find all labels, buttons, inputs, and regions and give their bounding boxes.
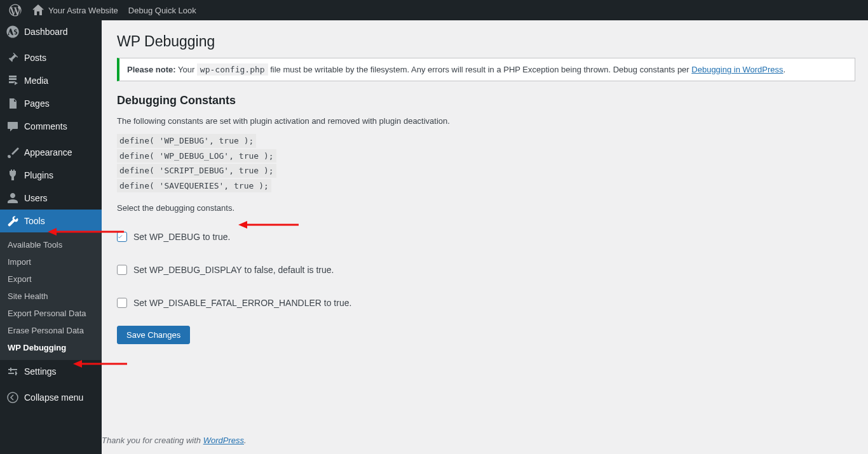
admin-sidebar: Dashboard Posts Media Pages Comments App…	[0, 20, 102, 454]
admin-notice: Please note: Your wp-config.php file mus…	[117, 58, 855, 81]
select-prompt: Select the debugging constants.	[117, 203, 855, 213]
sidebar-label-pages: Pages	[24, 98, 97, 109]
checkbox-label-wp-debug: Set WP_DEBUG to true.	[133, 232, 231, 242]
checkbox-disable-fatal[interactable]	[117, 298, 127, 308]
submenu-import[interactable]: Import	[0, 253, 102, 270]
adminbar-site-name: Your Astra Website	[48, 6, 118, 15]
checkbox-wp-debug-display[interactable]	[117, 265, 127, 275]
main-content: WP Debugging Please note: Your wp-config…	[102, 20, 868, 454]
page-icon	[6, 97, 19, 110]
section-intro: The following constants are set with plu…	[117, 116, 855, 126]
brush-icon	[6, 146, 19, 159]
settings-icon	[6, 365, 19, 378]
sidebar-item-users[interactable]: Users	[0, 187, 102, 210]
save-changes-button[interactable]: Save Changes	[117, 326, 190, 344]
checkbox-row-wp-debug: Set WP_DEBUG to true.	[117, 220, 855, 253]
checkbox-wp-debug[interactable]	[117, 232, 127, 242]
sidebar-label-collapse: Collapse menu	[24, 392, 97, 403]
wp-logo[interactable]	[4, 0, 27, 20]
adminbar-debug-label: Debug Quick Look	[128, 6, 196, 15]
collapse-icon	[6, 391, 19, 404]
check-icon	[118, 232, 123, 241]
home-icon	[32, 4, 44, 17]
constants-code-block: define( 'WP_DEBUG', true ); define( 'WP_…	[117, 133, 855, 193]
code-line: define( 'WP_DEBUG_LOG', true );	[117, 149, 276, 163]
sidebar-label-settings: Settings	[24, 366, 97, 377]
submenu-available-tools[interactable]: Available Tools	[0, 236, 102, 253]
code-line: define( 'SAVEQUERIES', true );	[117, 179, 271, 193]
tools-submenu: Available Tools Import Export Site Healt…	[0, 232, 102, 360]
wordpress-icon	[9, 4, 22, 17]
sidebar-label-dashboard: Dashboard	[24, 27, 97, 37]
footer-suffix: .	[244, 436, 247, 445]
notice-text-3: .	[783, 65, 786, 74]
sidebar-item-plugins[interactable]: Plugins	[0, 164, 102, 187]
sidebar-item-settings[interactable]: Settings	[0, 360, 102, 383]
code-line: define( 'SCRIPT_DEBUG', true );	[117, 164, 276, 178]
svg-point-0	[8, 392, 18, 403]
sidebar-label-posts: Posts	[24, 53, 97, 63]
submenu-export[interactable]: Export	[0, 270, 102, 288]
footer-prefix: Thank you for creating with	[102, 436, 203, 445]
checkbox-row-disable-fatal: Set WP_DISABLE_FATAL_ERROR_HANDLER to tr…	[117, 286, 855, 319]
section-heading: Debugging Constants	[117, 94, 855, 107]
wrench-icon	[6, 215, 19, 227]
plugin-icon	[6, 169, 19, 182]
notice-code: wp-config.php	[197, 63, 268, 76]
notice-text-1: Your	[176, 65, 197, 74]
sidebar-collapse-menu[interactable]: Collapse menu	[0, 386, 102, 409]
media-icon	[6, 74, 19, 87]
sidebar-label-tools: Tools	[24, 216, 97, 226]
sidebar-item-dashboard[interactable]: Dashboard	[0, 20, 102, 43]
sidebar-item-appearance[interactable]: Appearance	[0, 141, 102, 164]
sidebar-item-posts[interactable]: Posts	[0, 46, 102, 69]
notice-link[interactable]: Debugging in WordPress	[691, 65, 783, 74]
user-icon	[6, 192, 19, 204]
sidebar-label-appearance: Appearance	[24, 147, 97, 157]
footer-wordpress-link[interactable]: WordPress	[203, 436, 244, 445]
page-title: WP Debugging	[117, 20, 855, 58]
sidebar-label-media: Media	[24, 76, 97, 86]
checkbox-label-wp-debug-display: Set WP_DEBUG_DISPLAY to false, default i…	[133, 265, 334, 275]
sidebar-item-tools[interactable]: Tools	[0, 210, 102, 232]
code-line: define( 'WP_DEBUG', true );	[117, 134, 256, 148]
sidebar-item-media[interactable]: Media	[0, 69, 102, 92]
admin-bar: Your Astra Website Debug Quick Look	[0, 0, 868, 20]
submenu-export-personal-data[interactable]: Export Personal Data	[0, 305, 102, 322]
checkbox-row-wp-debug-display: Set WP_DEBUG_DISPLAY to false, default i…	[117, 253, 855, 286]
sidebar-label-users: Users	[24, 193, 97, 203]
notice-strong: Please note:	[127, 65, 176, 74]
dashboard-icon	[6, 25, 19, 38]
sidebar-item-comments[interactable]: Comments	[0, 115, 102, 138]
submenu-wp-debugging[interactable]: WP Debugging	[0, 339, 102, 356]
notice-text-2: file must be writable by the filesystem.…	[268, 65, 692, 74]
checkbox-label-disable-fatal: Set WP_DISABLE_FATAL_ERROR_HANDLER to tr…	[133, 298, 351, 308]
adminbar-debug-quick-look[interactable]: Debug Quick Look	[123, 0, 201, 20]
sidebar-label-comments: Comments	[24, 121, 97, 131]
footer-thanks: Thank you for creating with WordPress.	[102, 427, 247, 454]
sidebar-label-plugins: Plugins	[24, 170, 97, 180]
pin-icon	[6, 51, 19, 64]
submenu-site-health[interactable]: Site Health	[0, 288, 102, 305]
comments-icon	[6, 120, 19, 133]
submenu-erase-personal-data[interactable]: Erase Personal Data	[0, 322, 102, 339]
adminbar-site-link[interactable]: Your Astra Website	[27, 0, 123, 20]
sidebar-item-pages[interactable]: Pages	[0, 92, 102, 115]
